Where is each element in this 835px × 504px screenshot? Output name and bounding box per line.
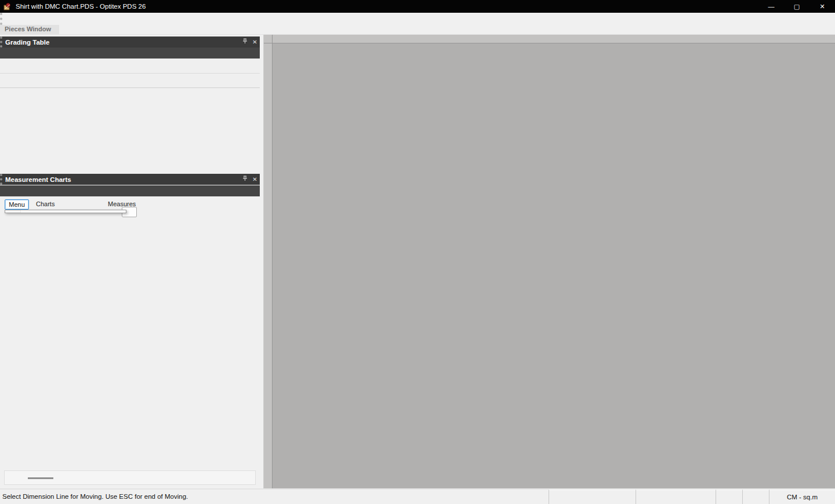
status-cell-3 xyxy=(742,490,769,504)
close-icon[interactable]: ✕ xyxy=(250,174,260,185)
measurement-panel-title: Measurement Charts xyxy=(5,176,240,183)
title-bar: Shirt with DMC Chart.PDS - Optitex PDS 2… xyxy=(0,0,835,13)
status-tool-icons xyxy=(549,490,636,504)
units-indicator[interactable]: CM - sq.m xyxy=(769,490,835,504)
canvas-area xyxy=(264,35,835,488)
status-cell-2 xyxy=(716,490,742,504)
pin-icon[interactable] xyxy=(240,36,250,48)
pieces-window-bar: Pieces Window xyxy=(0,25,835,35)
app-icon xyxy=(3,2,12,11)
grading-panel-tabs xyxy=(0,48,260,59)
close-icon[interactable]: ✕ xyxy=(250,36,260,48)
panel-horizontal-scrollbar[interactable] xyxy=(4,470,256,485)
charts-group-label: Charts xyxy=(36,200,55,207)
pin-icon[interactable] xyxy=(240,174,250,185)
measurement-panel-tabs xyxy=(0,185,260,196)
window-title: Shirt with DMC Chart.PDS - Optitex PDS 2… xyxy=(16,3,758,10)
scrollbar-thumb[interactable] xyxy=(28,477,53,479)
grading-table-panel-header: Grading Table ✕ xyxy=(0,36,260,48)
pattern-canvas[interactable] xyxy=(273,43,835,488)
charts-menu-popup xyxy=(5,210,126,213)
ruler-corner xyxy=(264,35,273,43)
menu-button[interactable]: Menu xyxy=(5,199,29,210)
minimize-icon[interactable]: — xyxy=(758,0,784,13)
grading-toolbar-row2 xyxy=(0,73,260,88)
grading-panel-title: Grading Table xyxy=(5,39,240,46)
menu-bar xyxy=(0,13,835,25)
grading-toolbar-row1 xyxy=(0,59,260,73)
status-cell-1 xyxy=(636,490,716,504)
vertical-ruler xyxy=(264,43,273,488)
left-dock-panel: Grading Table ✕ Measurement Charts ✕ Men… xyxy=(0,35,264,488)
status-message: Select Dimension Line for Moving. Use ES… xyxy=(0,490,549,504)
horizontal-ruler xyxy=(273,35,835,43)
status-bar: Select Dimension Line for Moving. Use ES… xyxy=(0,488,835,504)
close-icon[interactable]: ✕ xyxy=(809,0,835,13)
measurement-charts-panel-header: Measurement Charts ✕ xyxy=(0,174,260,185)
pieces-window-tab[interactable]: Pieces Window xyxy=(0,25,59,34)
maximize-icon[interactable]: ▢ xyxy=(784,0,809,13)
